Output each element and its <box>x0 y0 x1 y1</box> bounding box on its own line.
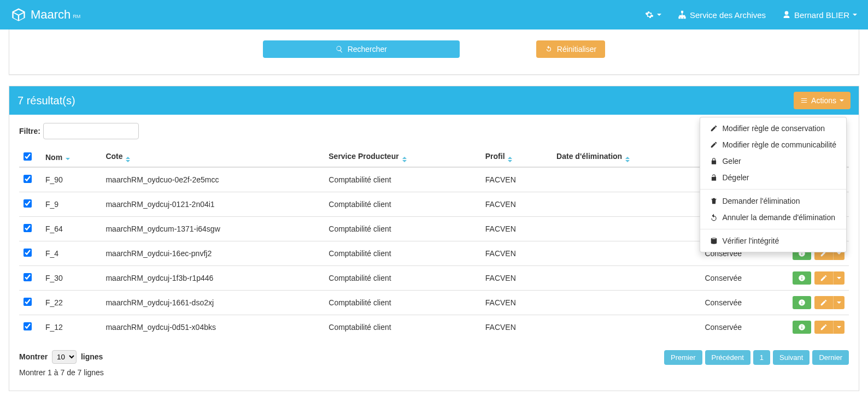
cell-profil: FACVEN <box>481 266 552 291</box>
table-row: F_30 maarchRM_oydcuj-1f3b-r1p446 Comptab… <box>19 266 849 291</box>
action-request-elimination[interactable]: Demander l'élimination <box>700 193 846 209</box>
page-prev[interactable]: Précédent <box>705 350 750 365</box>
cell-statut: Conservée <box>700 266 783 291</box>
logo-icon <box>11 7 26 22</box>
list-icon <box>800 97 808 104</box>
cell-date <box>552 217 700 241</box>
page-first[interactable]: Premier <box>664 350 702 365</box>
actions-button[interactable]: Actions <box>794 92 851 109</box>
sort-up-icon <box>625 157 630 159</box>
service-menu[interactable]: Service des Archives <box>678 10 766 20</box>
actions-dropdown: Modifier règle de conservation Modifier … <box>700 117 847 252</box>
select-all-checkbox[interactable] <box>24 152 32 161</box>
filter-input[interactable] <box>43 123 139 139</box>
edit-button[interactable] <box>814 296 833 309</box>
info-button[interactable] <box>793 296 811 309</box>
cell-date <box>552 241 700 266</box>
edit-button[interactable] <box>814 321 833 334</box>
navbar: Maarch RM Service des Archives Bernard B… <box>0 0 868 29</box>
lines-label: lignes <box>81 352 103 361</box>
search-panel: Rechercher Réinitialiser <box>9 29 859 75</box>
col-date-elim[interactable]: Date d'élimination <box>552 147 700 167</box>
results-count: 7 résultat(s) <box>17 94 75 107</box>
col-nom[interactable]: Nom <box>41 147 101 167</box>
edit-icon <box>820 299 828 306</box>
row-checkbox[interactable] <box>24 273 32 281</box>
row-checkbox[interactable] <box>24 224 32 232</box>
edit-dropdown[interactable] <box>833 296 844 309</box>
reset-button[interactable]: Réinitialiser <box>536 40 605 58</box>
cell-cote: maarchRM_oydcui-16ec-pnvfj2 <box>101 241 324 266</box>
results-panel: 7 résultat(s) Actions Modifier règle de … <box>9 86 859 391</box>
search-button[interactable]: Rechercher <box>263 40 460 58</box>
col-cote[interactable]: Cote <box>101 147 324 167</box>
action-modify-communicability[interactable]: Modifier règle de communicabilité <box>700 137 846 153</box>
cell-cote: maarchRM_oydcuj-0121-2n04i1 <box>101 192 324 217</box>
sort-up-icon <box>402 157 407 159</box>
col-service[interactable]: Service Producteur <box>324 147 481 167</box>
row-checkbox[interactable] <box>24 298 32 306</box>
row-checkbox[interactable] <box>24 322 32 330</box>
lock-icon <box>710 157 718 165</box>
col-profil[interactable]: Profil <box>481 147 552 167</box>
user-icon <box>782 10 791 19</box>
cell-profil: FACVEN <box>481 217 552 241</box>
row-checkbox[interactable] <box>24 249 32 257</box>
cell-profil: FACVEN <box>481 167 552 192</box>
user-menu[interactable]: Bernard BLIER <box>782 10 857 20</box>
info-button[interactable] <box>793 271 811 285</box>
edit-icon <box>710 141 718 149</box>
showing-info: Montrer 1 à 7 de 7 lignes <box>19 368 104 377</box>
page-number[interactable]: 1 <box>753 350 770 365</box>
info-button[interactable] <box>793 321 811 334</box>
service-label: Service des Archives <box>690 10 766 20</box>
cell-date <box>552 167 700 192</box>
sort-down-icon <box>66 158 70 160</box>
action-freeze[interactable]: Geler <box>700 153 846 169</box>
pagination: Premier Précédent 1 Suivant Dernier <box>664 350 849 365</box>
edit-icon <box>820 274 828 282</box>
results-heading: 7 résultat(s) Actions <box>9 86 859 115</box>
cell-nom: F_30 <box>41 266 101 291</box>
info-icon <box>798 274 806 282</box>
user-label: Bernard BLIER <box>794 10 849 20</box>
cell-service: Comptabilité client <box>324 217 481 241</box>
cell-service: Comptabilité client <box>324 266 481 291</box>
info-icon <box>798 299 806 306</box>
cell-nom: F_64 <box>41 217 101 241</box>
cell-cote: maarchRM_oydcuj-1661-dso2xj <box>101 291 324 315</box>
sort-down-icon <box>126 160 130 162</box>
caret-down-icon <box>657 14 661 16</box>
action-cancel-elimination[interactable]: Annuler la demande d'élimination <box>700 209 846 226</box>
action-unfreeze[interactable]: Dégeler <box>700 169 846 186</box>
cell-service: Comptabilité client <box>324 192 481 217</box>
page-size-select[interactable]: 10 <box>52 350 77 364</box>
caret-down-icon <box>853 14 857 16</box>
cell-date <box>552 291 700 315</box>
sort-down-icon <box>625 160 630 162</box>
row-checkbox[interactable] <box>24 199 32 208</box>
edit-dropdown[interactable] <box>833 321 844 334</box>
edit-dropdown[interactable] <box>833 271 844 285</box>
cell-cote: maarchRM_oydcuj-0d51-x04bks <box>101 315 324 340</box>
action-modify-conservation[interactable]: Modifier règle de conservation <box>700 120 846 137</box>
cell-cote: maarchRM_oydcuo-0e2f-2e5mcc <box>101 167 324 192</box>
brand[interactable]: Maarch RM <box>11 7 80 22</box>
edit-button[interactable] <box>814 271 833 285</box>
brand-sub: RM <box>73 14 80 19</box>
settings-menu[interactable] <box>645 10 661 19</box>
page-next[interactable]: Suivant <box>773 350 810 365</box>
cell-cote: maarchRM_oydcum-1371-i64sgw <box>101 217 324 241</box>
refresh-icon <box>545 45 553 53</box>
page-last[interactable]: Dernier <box>812 350 849 365</box>
row-checkbox[interactable] <box>24 175 32 183</box>
cell-nom: F_12 <box>41 315 101 340</box>
cell-service: Comptabilité client <box>324 241 481 266</box>
sort-up-icon <box>126 157 130 159</box>
cell-date <box>552 192 700 217</box>
divider <box>700 189 846 190</box>
sort-down-icon <box>508 160 512 162</box>
sort-down-icon <box>402 160 407 162</box>
search-button-label: Rechercher <box>348 45 387 54</box>
action-verify-integrity[interactable]: Vérifier l'intégrité <box>700 233 846 249</box>
